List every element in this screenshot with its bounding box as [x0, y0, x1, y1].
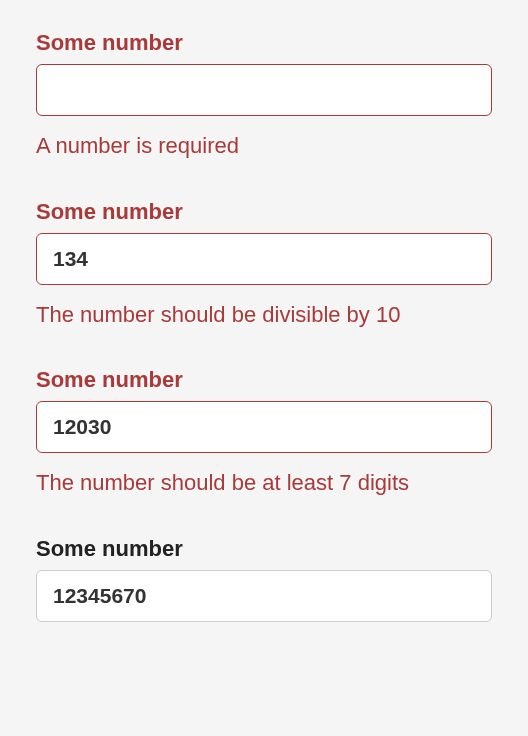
field-group-3: Some number The number should be at leas… [36, 367, 492, 498]
validation-message: A number is required [36, 132, 492, 161]
field-group-1: Some number A number is required [36, 30, 492, 161]
number-input[interactable] [36, 401, 492, 453]
field-group-2: Some number The number should be divisib… [36, 199, 492, 330]
field-label: Some number [36, 367, 492, 393]
field-label: Some number [36, 536, 492, 562]
validation-message: The number should be at least 7 digits [36, 469, 492, 498]
number-input[interactable] [36, 570, 492, 622]
number-input[interactable] [36, 64, 492, 116]
field-group-4: Some number [36, 536, 492, 622]
validation-message: The number should be divisible by 10 [36, 301, 492, 330]
number-input[interactable] [36, 233, 492, 285]
field-label: Some number [36, 199, 492, 225]
field-label: Some number [36, 30, 492, 56]
